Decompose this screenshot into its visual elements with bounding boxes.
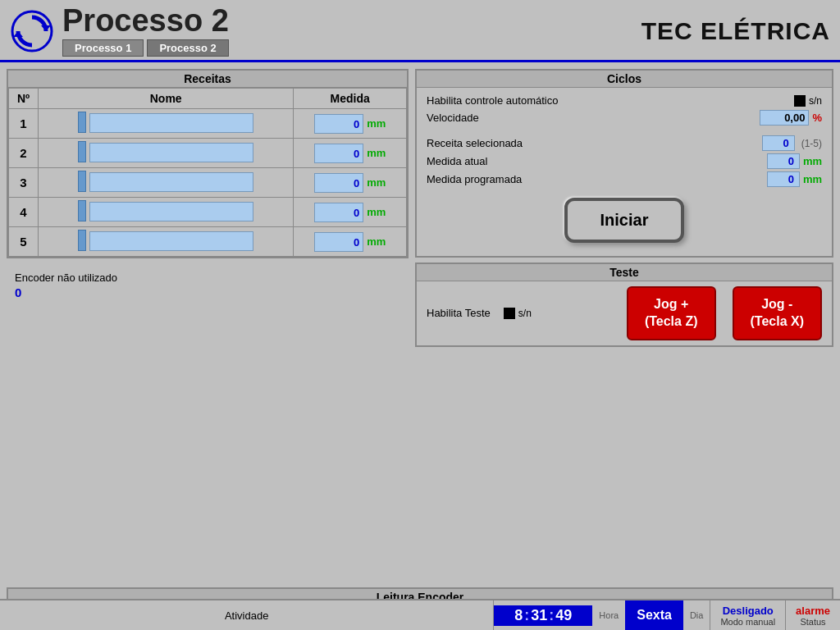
medida-value[interactable]: 0: [314, 173, 363, 193]
habilita-controle-row: Habilita controle automático s/n: [427, 94, 822, 107]
encoder-value: 0: [15, 285, 400, 299]
col-nome: Nome: [39, 89, 294, 109]
percent-sign: %: [812, 112, 822, 124]
teste-title: Teste: [417, 264, 832, 281]
ciclos-value-area: s/n: [794, 95, 822, 107]
encoder-section: Encoder não utilizado 0: [7, 267, 409, 304]
time-area: 8 : 31 : 49: [494, 600, 592, 630]
receitas-table: Nº Nome Medida 1: [8, 88, 407, 257]
row-nome-3: [39, 168, 294, 198]
tab-processo2[interactable]: Processo 2: [147, 39, 228, 57]
sn-label: s/n: [809, 95, 822, 107]
medida-atual-area: 0 mm: [767, 153, 822, 169]
modo-area: Desligado Modo manual: [710, 600, 785, 630]
row-nome-5: [39, 227, 294, 257]
row-indicator: [78, 200, 86, 221]
medida-atual-value[interactable]: 0: [767, 153, 800, 169]
medida-value[interactable]: 0: [314, 232, 363, 252]
modo-label: Modo manual: [720, 617, 775, 627]
table-row: 4 0 mm: [9, 198, 407, 227]
row-medida-4: 0 mm: [294, 198, 407, 227]
time-display: 8 : 31 : 49: [494, 605, 592, 626]
time-seconds: 49: [555, 607, 572, 624]
nome-field[interactable]: [89, 202, 253, 221]
nome-field[interactable]: [89, 172, 253, 192]
medida-value[interactable]: 0: [314, 144, 363, 163]
medida-atual-unit: mm: [803, 155, 822, 167]
table-row: 2 0 mm: [9, 139, 407, 168]
row-num-2: 2: [9, 139, 39, 168]
medida-programada-row: Medida programada 0 mm: [427, 171, 822, 187]
row-medida-1: 0 mm: [294, 109, 407, 139]
row-medida-5: 0 mm: [294, 227, 407, 257]
medida-cell: 0 mm: [299, 203, 401, 222]
svg-marker-1: [41, 25, 51, 31]
time-minutes: 31: [531, 607, 547, 624]
tab-processo1[interactable]: Processo 1: [62, 39, 144, 57]
row-medida-2: 0 mm: [294, 139, 407, 168]
medida-atual-row: Medida atual 0 mm: [427, 153, 822, 169]
status-bar: Atividade 8 : 31 : 49 Hora Sexta Dia Des…: [0, 599, 840, 630]
receita-selecionada-label: Receita selecionada: [427, 137, 523, 149]
dia-label: Dia: [690, 610, 704, 620]
svg-marker-2: [13, 31, 23, 37]
alarme-label: alarme: [796, 605, 830, 617]
velocidade-field[interactable]: 0,00: [760, 110, 809, 126]
velocidade-value-area: 0,00 %: [760, 110, 822, 126]
encoder-label: Encoder não utilizado: [15, 272, 400, 284]
jog-plus-button[interactable]: Jog +(Tecla Z): [627, 286, 716, 340]
velocidade-label: Velocidade: [427, 112, 479, 124]
ciclos-section: Ciclos Habilita controle automático s/n …: [415, 69, 833, 258]
row-num-3: 3: [9, 168, 39, 198]
table-row: 5 0 mm: [9, 227, 407, 257]
row-medida-3: 0 mm: [294, 168, 407, 198]
col-medida: Medida: [294, 89, 407, 109]
habilita-sn-area: s/n: [504, 308, 532, 319]
tab-bar: Processo 1 Processo 2: [62, 39, 229, 57]
receita-hint: (1-5): [801, 138, 822, 149]
logo-icon: [10, 9, 54, 53]
time-colon1: :: [524, 607, 529, 624]
nome-field[interactable]: [89, 113, 253, 133]
table-row: 3 0 mm: [9, 168, 407, 198]
day-display: Sexta: [625, 600, 683, 630]
habilita-teste-row: Habilita Teste s/n: [427, 307, 532, 319]
time-hours: 8: [514, 607, 523, 624]
medida-prog-area: 0 mm: [767, 171, 822, 187]
nome-field[interactable]: [89, 231, 253, 251]
nome-field[interactable]: [89, 143, 253, 162]
atividade-label: Atividade: [225, 609, 268, 622]
jog-minus-button[interactable]: Jog -(Tecla X): [733, 286, 823, 340]
mm-label: mm: [367, 235, 386, 248]
medida-atual-label: Medida atual: [427, 155, 487, 167]
medida-prog-value[interactable]: 0: [767, 171, 800, 187]
habilita-controle-label: Habilita controle automático: [427, 94, 558, 107]
velocidade-value: 0,00: [784, 112, 805, 124]
habilita-teste-label: Habilita Teste: [427, 307, 491, 319]
mm-label: mm: [367, 117, 386, 130]
medida-value[interactable]: 0: [314, 203, 363, 222]
time-colon2: :: [549, 607, 554, 624]
status-indicator: [794, 95, 806, 107]
row-nome-2: [39, 139, 294, 168]
header: Processo 2 Processo 1 Processo 2 TEC ELÉ…: [0, 0, 840, 62]
alarme-area: alarme Status: [785, 600, 840, 630]
header-left: Processo 2 Processo 1 Processo 2: [10, 5, 229, 57]
iniciar-button[interactable]: Iniciar: [564, 198, 685, 243]
medida-cell: 0 mm: [299, 114, 401, 134]
velocidade-row: Velocidade 0,00 %: [427, 110, 822, 126]
row-num-4: 4: [9, 198, 39, 227]
row-num-5: 5: [9, 227, 39, 257]
hora-label-area: Hora: [592, 600, 625, 630]
receita-value-area: 0 (1-5): [762, 135, 822, 151]
ciclos-title: Ciclos: [417, 71, 832, 88]
ciclos-content: Habilita controle automático s/n Velocid…: [417, 88, 832, 256]
jog-buttons: Jog +(Tecla Z) Jog -(Tecla X): [627, 286, 822, 340]
receita-value[interactable]: 0: [762, 135, 795, 151]
medida-value[interactable]: 0: [314, 114, 363, 134]
receita-selecionada-row: Receita selecionada 0 (1-5): [427, 135, 822, 151]
medida-cell: 0 mm: [299, 144, 401, 163]
header-title-block: Processo 2 Processo 1 Processo 2: [62, 5, 229, 57]
teste-sn-label: s/n: [518, 308, 532, 319]
page-title: Processo 2: [62, 5, 229, 36]
